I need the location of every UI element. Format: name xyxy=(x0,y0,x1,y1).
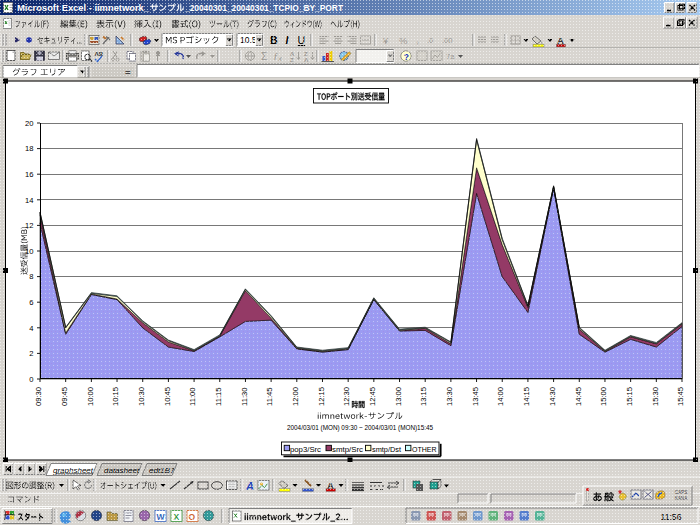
svg-text:15:45: 15:45 xyxy=(676,387,685,406)
svg-text:12:00: 12:00 xyxy=(291,387,300,406)
svg-text:10:15: 10:15 xyxy=(111,387,120,406)
svg-text:09:30: 09:30 xyxy=(34,387,43,406)
svg-text:14:30: 14:30 xyxy=(548,387,557,406)
svg-text:12:30: 12:30 xyxy=(342,387,351,406)
svg-text:10:00: 10:00 xyxy=(86,387,95,406)
svg-text:OTHER: OTHER xyxy=(412,445,437,454)
svg-text:smtp/Dst: smtp/Dst xyxy=(372,445,402,454)
svg-text:15:15: 15:15 xyxy=(625,387,634,406)
svg-text:20: 20 xyxy=(25,119,33,128)
svg-text:11:30: 11:30 xyxy=(240,388,249,406)
svg-text:18: 18 xyxy=(25,144,33,153)
svg-text:6: 6 xyxy=(29,298,33,307)
svg-text:10:30: 10:30 xyxy=(137,387,146,406)
svg-text:0: 0 xyxy=(29,375,33,384)
svg-text:14:15: 14:15 xyxy=(522,387,531,406)
svg-text:14: 14 xyxy=(25,196,33,205)
svg-text:11:00: 11:00 xyxy=(188,388,197,406)
svg-text:13:15: 13:15 xyxy=(419,387,428,406)
svg-text:12:15: 12:15 xyxy=(317,387,326,406)
svg-text:11:15: 11:15 xyxy=(214,388,223,406)
svg-text:13:00: 13:00 xyxy=(394,387,403,406)
svg-text:11:45: 11:45 xyxy=(265,388,274,406)
svg-text:4: 4 xyxy=(29,324,33,333)
svg-text:13:45: 13:45 xyxy=(471,387,480,406)
svg-text:2: 2 xyxy=(29,349,33,358)
svg-text:14:45: 14:45 xyxy=(574,387,583,406)
svg-text:12: 12 xyxy=(25,221,33,230)
svg-text:15:00: 15:00 xyxy=(599,387,608,406)
svg-text:13:30: 13:30 xyxy=(445,387,454,406)
svg-text:09:45: 09:45 xyxy=(60,387,69,406)
svg-text:12:45: 12:45 xyxy=(368,387,377,406)
svg-text:15:30: 15:30 xyxy=(651,387,660,406)
svg-text:2004/03/01 (MON) 09:30 ~ 2004/: 2004/03/01 (MON) 09:30 ~ 2004/03/01 (MON… xyxy=(287,423,434,432)
svg-text:smtp/Src: smtp/Src xyxy=(332,445,363,454)
svg-text:16: 16 xyxy=(25,170,33,179)
svg-text:10:45: 10:45 xyxy=(163,387,172,406)
svg-text:pop3/Src: pop3/Src xyxy=(290,445,321,454)
svg-text:14:00: 14:00 xyxy=(496,387,505,406)
svg-text:8: 8 xyxy=(29,272,33,281)
